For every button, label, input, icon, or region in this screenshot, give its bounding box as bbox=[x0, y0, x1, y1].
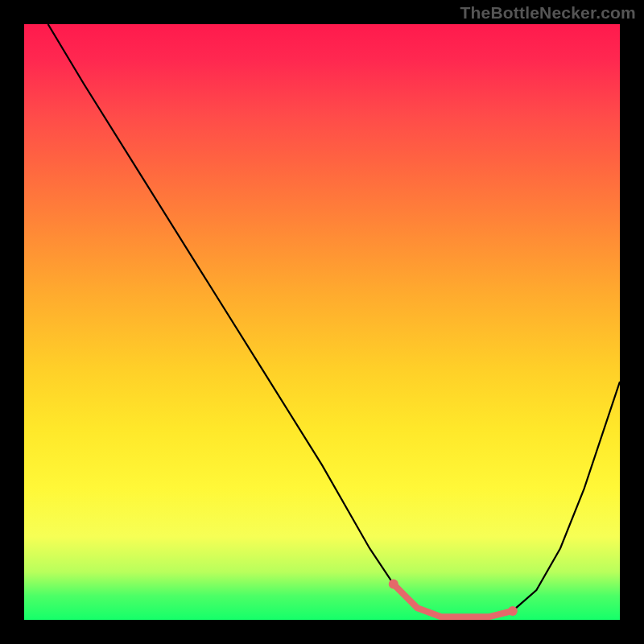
highlight-endpoint bbox=[389, 580, 398, 589]
chart-frame: TheBottleNecker.com bbox=[0, 0, 644, 644]
highlight-flat-region bbox=[394, 584, 513, 617]
watermark-text: TheBottleNecker.com bbox=[460, 3, 636, 23]
highlight-endpoint bbox=[508, 606, 518, 616]
plot-area bbox=[24, 24, 620, 620]
bottleneck-curve bbox=[48, 24, 620, 617]
curve-layer bbox=[24, 24, 620, 620]
